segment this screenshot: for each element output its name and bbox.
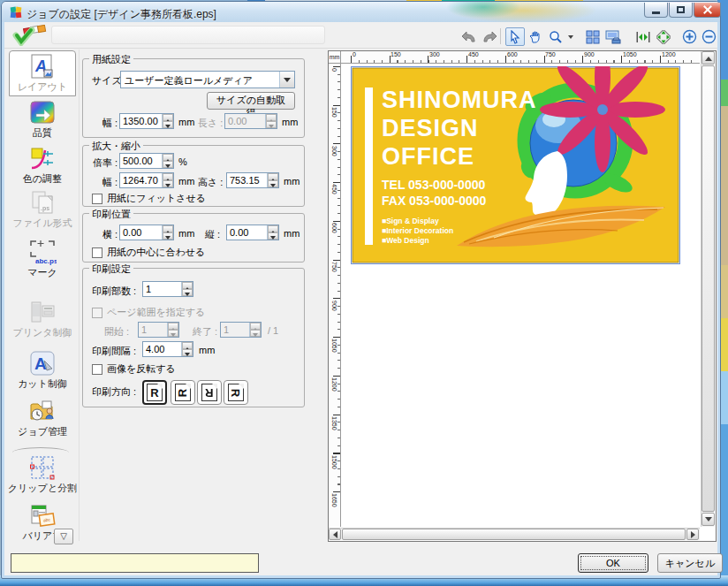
sidebar-item-clip-divide[interactable]: クリップと分割 <box>7 454 78 504</box>
position-y-spinner[interactable]: 0.00 <box>226 225 279 240</box>
scale-rate-input[interactable]: 500.00 <box>120 154 162 168</box>
maximize-button[interactable] <box>669 3 693 18</box>
close-button[interactable] <box>694 3 721 18</box>
zoom-tool-button[interactable] <box>546 27 565 46</box>
layout-icon: A <box>29 53 56 80</box>
position-x-spinner[interactable]: 0.00 <box>119 225 174 240</box>
pan-icon <box>528 30 542 44</box>
ruler-tick: 150 <box>391 51 401 57</box>
direction-270-button[interactable]: R <box>224 380 248 405</box>
horizontal-scrollbar[interactable] <box>329 528 700 540</box>
sidebar-item-label: プリンタ制御 <box>7 327 78 338</box>
scale-width-input[interactable]: 1264.70 <box>120 173 162 187</box>
fit-page-button[interactable] <box>654 27 673 46</box>
print-preview-button[interactable] <box>603 27 623 46</box>
tile-view-button[interactable] <box>583 27 603 46</box>
spin-buttons[interactable] <box>162 114 173 128</box>
redo-button[interactable] <box>480 27 499 46</box>
preview-canvas[interactable]: SHINOMURA DESIGN OFFICE TEL 053-000-0000… <box>341 64 700 527</box>
sidebar-item-cut-control[interactable]: A カット制御 <box>7 350 78 391</box>
spin-buttons[interactable] <box>162 225 173 240</box>
spin-buttons[interactable] <box>267 173 278 187</box>
paper-length-spinner: 0.00 <box>224 113 277 129</box>
spin-buttons[interactable] <box>267 225 278 240</box>
scroll-left-button[interactable] <box>329 529 341 540</box>
arrow-down-icon <box>705 517 712 525</box>
ruler-tick: 900 <box>331 301 337 311</box>
scroll-up-button[interactable] <box>701 51 715 65</box>
media-size-select[interactable]: ユーザー定義ロールメディア <box>120 71 295 88</box>
select-tool-button[interactable] <box>505 27 525 46</box>
sidebar-item-label: クリップと分割 <box>7 483 78 493</box>
spin-buttons[interactable] <box>162 154 173 168</box>
ruler-tick: 1050 <box>331 339 337 353</box>
scale-height-spinner[interactable]: 753.15 <box>226 172 279 188</box>
scale-rate-spinner[interactable]: 500.00 <box>119 153 174 169</box>
direction-0-button[interactable]: R <box>142 380 167 405</box>
toolbar-separator <box>500 28 501 44</box>
spin-buttons[interactable] <box>181 342 193 356</box>
sidebar-item-job-manage[interactable]: ジョブ管理 <box>7 398 78 440</box>
ok-button[interactable]: OK <box>578 553 648 573</box>
copies-spinner[interactable]: 1 <box>142 281 193 297</box>
direction-180-button[interactable]: R <box>197 380 222 405</box>
horizontal-ruler: 0 150 300 450 600 750 900 1050 1200 <box>341 51 700 64</box>
fit-width-button[interactable] <box>633 27 653 46</box>
ruler-tick: 150 <box>331 107 337 118</box>
sidebar-item-printer-control[interactable]: プリンタ制御 <box>7 299 78 348</box>
vertical-scrollbar[interactable] <box>701 51 715 527</box>
checkbox-box[interactable] <box>92 247 102 258</box>
paper-width-input[interactable]: 1350.00 <box>120 114 162 128</box>
copies-input[interactable]: 1 <box>143 282 181 296</box>
range-total-label: / 1 <box>268 325 278 336</box>
spin-buttons <box>265 114 277 128</box>
zoom-out-button[interactable] <box>699 27 718 46</box>
center-on-paper-checkbox[interactable]: 用紙の中心に合わせる <box>92 246 205 259</box>
paper-width-spinner[interactable]: 1350.00 <box>119 113 174 129</box>
horizontal-scroll-thumb[interactable] <box>342 529 686 540</box>
auto-size-button[interactable]: サイズの自動取得 <box>207 92 295 110</box>
undo-button[interactable] <box>459 27 479 46</box>
scroll-down-button[interactable] <box>701 513 715 526</box>
interval-input[interactable]: 4.00 <box>143 342 181 356</box>
position-y-input[interactable]: 0.00 <box>227 225 267 240</box>
zoom-in-button[interactable] <box>679 27 699 46</box>
sidebar-item-quality[interactable]: 品質 <box>7 99 78 140</box>
sidebar-item-label: 色の調整 <box>7 173 78 184</box>
direction-90-button[interactable]: R <box>171 380 195 405</box>
toolbar-panel <box>51 26 325 44</box>
minimize-button[interactable] <box>644 3 668 18</box>
sidebar-item-layout[interactable]: A レイアウト <box>9 50 76 96</box>
scroll-right-button[interactable] <box>686 529 699 540</box>
vertical-scroll-thumb[interactable] <box>701 65 715 512</box>
scale-height-unit: mm <box>284 176 300 186</box>
checkbox-box[interactable] <box>92 194 102 204</box>
sidebar-item-mark[interactable]: abc.ps マーク <box>7 239 78 279</box>
clip-divide-icon <box>29 454 56 481</box>
checkbox-box[interactable] <box>92 364 102 375</box>
checkbox-label: 用紙にフィットさせる <box>107 192 206 205</box>
sidebar-scroll-down-button[interactable]: ▽ <box>54 529 73 544</box>
position-x-input[interactable]: 0.00 <box>120 225 162 240</box>
ruler-unit-label: mm <box>329 51 341 64</box>
zoom-in-icon <box>682 29 697 44</box>
cancel-button[interactable]: キャンセル <box>657 553 723 573</box>
fit-to-paper-checkbox[interactable]: 用紙にフィットさせる <box>92 192 206 205</box>
ruler-tick: 450 <box>331 184 337 194</box>
checkbox-label: 用紙の中心に合わせる <box>107 246 205 259</box>
interval-spinner[interactable]: 4.00 <box>142 341 193 357</box>
mirror-image-checkbox[interactable]: 画像を反転する <box>92 362 176 376</box>
sidebar-item-file-format[interactable]: .ps ファイル形式 <box>7 189 78 237</box>
zoom-tool-dropdown[interactable] <box>565 27 575 46</box>
spin-buttons[interactable] <box>162 173 173 187</box>
scale-height-input[interactable]: 753.15 <box>227 173 267 187</box>
sidebar-item-color-adjust[interactable]: 色の調整 <box>7 145 78 184</box>
fit-width-icon <box>636 31 650 43</box>
chevron-down-icon[interactable] <box>279 72 294 88</box>
scale-width-spinner[interactable]: 1264.70 <box>119 172 174 188</box>
sidebar-item-label: マーク <box>7 267 78 278</box>
pan-tool-button[interactable] <box>526 27 545 46</box>
titlebar[interactable]: ジョブの設定 [デザイン事務所看板.eps] <box>2 2 720 22</box>
spin-buttons[interactable] <box>181 282 193 296</box>
spin-buttons <box>167 323 178 337</box>
